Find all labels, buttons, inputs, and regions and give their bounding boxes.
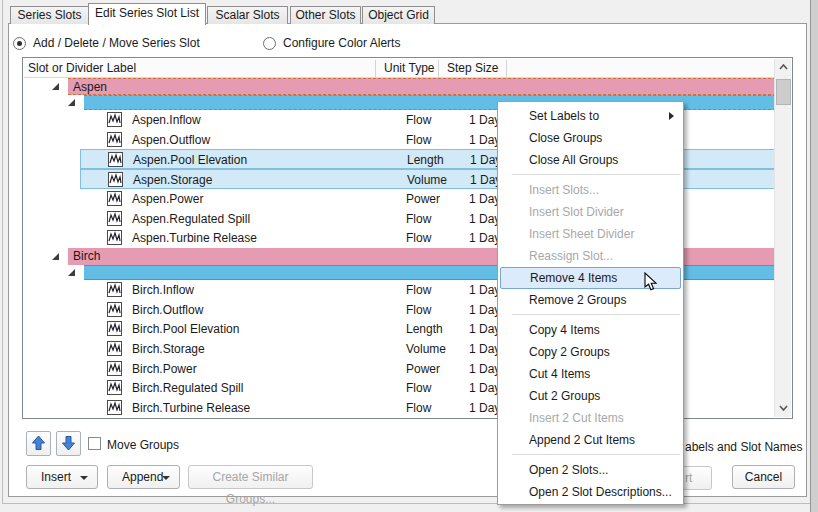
dropdown-arrow-icon — [80, 476, 88, 480]
move-groups-checkbox[interactable] — [88, 437, 101, 450]
slot-label: Birch.Storage — [132, 342, 205, 356]
unit-type-value: Flow — [406, 381, 431, 395]
unit-type-value: Flow — [406, 133, 431, 147]
expander-triangle-icon[interactable] — [68, 99, 75, 106]
tab-scalar-slots[interactable]: Scalar Slots — [207, 6, 288, 24]
unit-type-value: Flow — [406, 303, 431, 317]
series-slot-icon — [108, 152, 123, 167]
menu-separator — [512, 174, 680, 175]
header-step-size: Step Size — [447, 61, 498, 75]
column-separator[interactable] — [438, 60, 439, 78]
menu-item-copy-4-items[interactable]: Copy 4 Items — [498, 319, 683, 341]
unit-type-value: Volume — [406, 342, 446, 356]
move-up-button[interactable] — [26, 431, 51, 456]
series-slot-icon — [107, 361, 122, 376]
group-bar[interactable]: Aspen — [68, 78, 774, 95]
unit-type-value: Flow — [406, 113, 431, 127]
slot-label: Birch.Power — [132, 362, 197, 376]
series-slot-icon — [107, 230, 122, 245]
slot-label: Birch.Regulated Spill — [132, 381, 243, 395]
unit-type-value: Power — [406, 192, 440, 206]
menu-item-insert-slot-divider: Insert Slot Divider — [498, 201, 683, 223]
scroll-up-icon[interactable] — [775, 59, 792, 76]
slot-label: Aspen.Outflow — [132, 133, 210, 147]
slot-label: Aspen.Storage — [133, 173, 212, 187]
column-separator[interactable] — [375, 60, 376, 78]
menu-item-set-labels-to[interactable]: Set Labels to — [498, 105, 683, 127]
menu-item-label: Set Labels to — [529, 109, 599, 123]
dropdown-arrow-icon — [162, 476, 170, 480]
append-button[interactable]: Append — [107, 465, 180, 489]
slot-label: Aspen.Regulated Spill — [132, 212, 250, 226]
tab-edit-series-slot-list[interactable]: Edit Series Slot List — [88, 3, 206, 25]
unit-type-value: Length — [407, 153, 444, 167]
unit-type-value: Flow — [406, 283, 431, 297]
series-slot-icon — [107, 191, 122, 206]
radio-configure-color-alerts[interactable] — [263, 37, 276, 50]
unit-type-value: Volume — [407, 173, 447, 187]
context-menu: Set Labels to Close Groups Close All Gro… — [497, 101, 684, 505]
unit-type-value: Flow — [406, 231, 431, 245]
step-size-value: 1 Day — [469, 113, 500, 127]
tab-series-slots[interactable]: Series Slots — [10, 6, 89, 24]
menu-item-close-all-groups[interactable]: Close All Groups — [498, 149, 683, 171]
tab-object-grid[interactable]: Object Grid — [362, 6, 435, 24]
menu-item-append-2-cut-items[interactable]: Append 2 Cut Items — [498, 429, 683, 451]
menu-item-open-2-slots[interactable]: Open 2 Slots... — [498, 459, 683, 481]
menu-item-insert-sheet-divider: Insert Sheet Divider — [498, 223, 683, 245]
slot-label: Aspen.Turbine Release — [132, 231, 257, 245]
step-size-value: 1 Day — [469, 401, 500, 415]
mouse-cursor-icon — [644, 272, 658, 295]
radio-add-delete-move-label: Add / Delete / Move Series Slot — [33, 36, 200, 50]
slot-label: Birch.Pool Elevation — [132, 322, 239, 336]
menu-item-cut-4-items[interactable]: Cut 4 Items — [498, 363, 683, 385]
slot-label: Aspen.Power — [132, 192, 203, 206]
vertical-scrollbar[interactable] — [774, 59, 791, 417]
radio-add-delete-move[interactable] — [13, 37, 26, 50]
group-row-aspen[interactable]: Aspen — [24, 78, 774, 95]
expander-triangle-icon[interactable] — [52, 83, 59, 90]
step-size-value: 1 Day — [469, 133, 500, 147]
expander-triangle-icon[interactable] — [68, 269, 75, 276]
arrow-down-icon — [61, 440, 76, 454]
menu-item-copy-2-groups[interactable]: Copy 2 Groups — [498, 341, 683, 363]
scrollbar-thumb[interactable] — [776, 79, 791, 105]
group-label: Aspen — [73, 80, 107, 94]
series-slot-icon — [107, 211, 122, 226]
slot-label: Birch.Inflow — [132, 283, 194, 297]
append-button-label: Append — [122, 470, 163, 484]
step-size-value: 1 Day — [469, 381, 500, 395]
insert-button-label: Insert — [41, 470, 71, 484]
step-size-value: 1 Day — [469, 303, 500, 317]
move-down-button[interactable] — [56, 431, 81, 456]
scroll-down-icon[interactable] — [775, 400, 792, 417]
window-left-edge — [2, 0, 3, 503]
edit-series-slot-list-dialog: { "tabs": [ { "label": "Series Slots" },… — [0, 0, 818, 512]
column-separator[interactable] — [506, 60, 507, 78]
slot-label: Aspen.Pool Elevation — [133, 153, 247, 167]
partially-hidden-text: abels and Slot Names — [685, 440, 802, 454]
window-right-edge — [810, 0, 818, 512]
submenu-arrow-icon — [669, 112, 674, 120]
unit-type-value: Flow — [406, 401, 431, 415]
slot-label: Aspen.Inflow — [132, 113, 201, 127]
menu-item-open-2-slot-descriptions[interactable]: Open 2 Slot Descriptions... — [498, 481, 683, 503]
menu-item-cut-2-groups[interactable]: Cut 2 Groups — [498, 385, 683, 407]
insert-button[interactable]: Insert — [26, 465, 98, 489]
step-size-value: 1 Day — [469, 231, 500, 245]
step-size-value: 1 Day — [469, 362, 500, 376]
cancel-button[interactable]: Cancel — [732, 465, 795, 489]
expander-triangle-icon[interactable] — [52, 253, 59, 260]
tab-other-slots[interactable]: Other Slots — [290, 6, 361, 24]
create-similar-groups-button: Create Similar Groups... — [188, 465, 313, 489]
menu-item-insert-2-cut-items: Insert 2 Cut Items — [498, 407, 683, 429]
move-groups-label: Move Groups — [107, 438, 179, 452]
series-slot-icon — [107, 282, 122, 297]
slot-label: Birch.Outflow — [132, 303, 203, 317]
menu-item-close-groups[interactable]: Close Groups — [498, 127, 683, 149]
menu-separator — [512, 314, 680, 315]
step-size-value: 1 Day — [469, 342, 500, 356]
series-slot-icon — [107, 302, 122, 317]
series-slot-icon — [107, 400, 122, 415]
series-slot-icon — [108, 172, 123, 187]
